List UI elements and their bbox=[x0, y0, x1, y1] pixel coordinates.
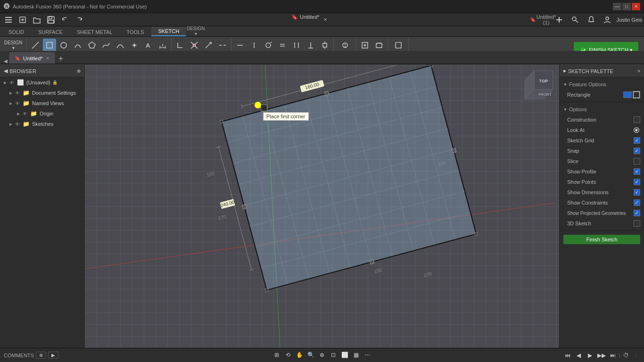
rectangle-color-swatch[interactable] bbox=[623, 91, 632, 98]
browser-sketches[interactable]: ▶ 👁 📁 Sketches bbox=[0, 119, 84, 129]
break-tool-button[interactable] bbox=[216, 39, 229, 52]
design-dropdown[interactable]: DESIGN ▾ bbox=[190, 26, 201, 36]
feature-options-header[interactable]: ▼ Feature Options bbox=[560, 79, 644, 90]
app-menu-button[interactable] bbox=[2, 13, 15, 26]
sketch-grid-checkbox[interactable]: ✓ bbox=[634, 137, 640, 144]
dimension-tool-button[interactable] bbox=[156, 39, 169, 52]
notifications-button[interactable] bbox=[585, 13, 598, 26]
svg-text:A: A bbox=[146, 42, 150, 49]
comments-expand-button[interactable]: ▶ bbox=[48, 352, 58, 359]
snap-checkbox[interactable]: ✓ bbox=[634, 148, 640, 154]
fix-constraint-button[interactable] bbox=[318, 39, 331, 52]
playback-prev-start[interactable]: ⏮ bbox=[562, 350, 573, 361]
bottom-more-btn[interactable]: ⋯ bbox=[362, 350, 372, 360]
circle-tool-button[interactable] bbox=[57, 39, 70, 52]
fillet-tool-button[interactable] bbox=[173, 39, 187, 52]
parallel-constraint-button[interactable] bbox=[290, 39, 303, 52]
playback-next-end[interactable]: ⏭ bbox=[608, 350, 618, 361]
canvas-insert-button[interactable] bbox=[372, 39, 386, 52]
rectangle-tool-button[interactable] bbox=[43, 39, 56, 52]
show-profile-checkbox[interactable]: ✓ bbox=[634, 168, 640, 175]
browser-named-views-label: Named Views bbox=[32, 100, 64, 106]
open-button[interactable] bbox=[30, 13, 43, 26]
comments-prev-button[interactable]: ⊕ bbox=[36, 352, 46, 359]
svg-point-17 bbox=[61, 42, 66, 48]
browser-doc-settings-label: Document Settings bbox=[32, 90, 76, 96]
tab-sheet-metal[interactable]: SHEET METAL bbox=[70, 28, 119, 36]
design-mode-button[interactable]: DESIGN ▾ bbox=[4, 39, 23, 52]
account-button[interactable] bbox=[601, 13, 614, 26]
close-tab-button[interactable]: ✕ bbox=[320, 14, 331, 25]
horizontal-constraint-button[interactable] bbox=[233, 39, 247, 52]
new-design-button[interactable] bbox=[16, 13, 29, 26]
bottom-orbit-btn[interactable]: ⟲ bbox=[283, 350, 293, 360]
doc-tab-untitled[interactable]: 🔖 Untitled* ✕ bbox=[9, 52, 55, 64]
line-tool-button[interactable] bbox=[29, 39, 42, 52]
show-dimensions-checkbox[interactable]: ✓ bbox=[634, 189, 640, 196]
spline-tool-button[interactable] bbox=[99, 39, 113, 52]
bottom-zoom-btn[interactable]: 🔍 bbox=[305, 350, 316, 360]
playback-next[interactable]: ▶▶ bbox=[596, 350, 607, 361]
slice-checkbox[interactable] bbox=[634, 158, 640, 165]
bottom-display-btn[interactable]: ⬜ bbox=[339, 350, 350, 360]
close-button[interactable]: ✕ bbox=[632, 3, 640, 10]
look-at-button[interactable] bbox=[633, 126, 640, 134]
viewcube[interactable]: TOP FRONT bbox=[522, 68, 555, 101]
tab-tools[interactable]: TOOLS bbox=[120, 28, 150, 36]
show-constraints-checkbox[interactable]: ✓ bbox=[634, 199, 640, 206]
options-header[interactable]: ▼ Options bbox=[560, 104, 644, 115]
browser-origin[interactable]: ▶ 👁 📁 Origin bbox=[0, 108, 84, 119]
arc-tool-button[interactable] bbox=[71, 39, 84, 52]
sketch-3d-checkbox[interactable] bbox=[634, 220, 640, 227]
insert-button[interactable] bbox=[358, 39, 372, 52]
svg-rect-8 bbox=[48, 20, 54, 23]
canvas-area[interactable]: 160.00 240.00 150 170 150 170 190 Place bbox=[85, 65, 559, 348]
select-button[interactable] bbox=[392, 39, 405, 52]
timeline-settings[interactable]: ⏱ bbox=[621, 350, 631, 361]
extend-tool-button[interactable] bbox=[202, 39, 215, 52]
tab-sketch[interactable]: SKETCH bbox=[151, 27, 186, 36]
new-tab-button[interactable]: ＋ bbox=[56, 53, 66, 64]
save-button[interactable] bbox=[44, 13, 58, 26]
svg-point-11 bbox=[572, 17, 576, 21]
browser-named-views[interactable]: ▶ 👁 📁 Named Views bbox=[0, 98, 84, 108]
trim-tool-button[interactable] bbox=[188, 39, 201, 52]
finish-sketch-panel-button[interactable]: Finish Sketch bbox=[563, 235, 640, 244]
tangent-constraint-button[interactable] bbox=[262, 39, 275, 52]
tab-solid[interactable]: SOLID bbox=[2, 28, 31, 36]
inspect-button[interactable] bbox=[339, 39, 352, 52]
rectangle-option-btn[interactable] bbox=[633, 91, 640, 99]
bottom-grid-btn[interactable]: ⊞ bbox=[272, 350, 282, 360]
point-tool-button[interactable] bbox=[128, 39, 141, 52]
doc-tab-close[interactable]: ✕ bbox=[46, 56, 50, 61]
look-at-row: Look At bbox=[560, 125, 644, 135]
undo-button[interactable] bbox=[58, 13, 72, 26]
second-tab-button[interactable]: 🔖 Untitled*(1) bbox=[537, 13, 550, 26]
tab-scroll-left[interactable]: ◀ bbox=[2, 58, 9, 64]
vertical-constraint-button[interactable] bbox=[248, 39, 261, 52]
show-projected-checkbox[interactable]: ✓ bbox=[634, 210, 640, 216]
minimize-button[interactable]: — bbox=[613, 3, 621, 10]
new-tab-button[interactable] bbox=[553, 13, 566, 26]
playback-play[interactable]: ▶ bbox=[585, 350, 595, 361]
polygon-tool-button[interactable] bbox=[85, 39, 99, 52]
perp-constraint-button[interactable] bbox=[304, 39, 317, 52]
bottom-fit-btn[interactable]: ⊡ bbox=[328, 350, 339, 360]
show-points-checkbox[interactable]: ✓ bbox=[634, 179, 640, 185]
bottom-pan-btn[interactable]: ✋ bbox=[294, 350, 305, 360]
construction-checkbox[interactable] bbox=[634, 116, 640, 123]
bottom-render-btn[interactable]: ▦ bbox=[351, 350, 361, 360]
text-tool-button[interactable]: A bbox=[142, 39, 155, 52]
browser-doc-settings[interactable]: ▶ 👁 📁 Document Settings bbox=[0, 88, 84, 98]
redo-button[interactable] bbox=[73, 13, 86, 26]
search-button[interactable] bbox=[569, 13, 582, 26]
tab-surface[interactable]: SURFACE bbox=[32, 28, 69, 36]
browser-panel: ◀ BROWSER ⊕ ▶ 👁 ⬜ (Unsaved) 🔒 ▶ 👁 📁 Docu… bbox=[0, 65, 85, 348]
maximize-button[interactable]: □ bbox=[622, 3, 631, 10]
bottom-zoom2-btn[interactable]: ⊕ bbox=[317, 350, 327, 360]
equal-constraint-button[interactable] bbox=[276, 39, 289, 52]
conic-tool-button[interactable] bbox=[114, 39, 127, 52]
playback-prev[interactable]: ◀ bbox=[574, 350, 584, 361]
palette-header[interactable]: ▶ SKETCH PALETTE » bbox=[560, 65, 644, 77]
browser-root[interactable]: ▶ 👁 ⬜ (Unsaved) 🔒 bbox=[0, 77, 84, 88]
